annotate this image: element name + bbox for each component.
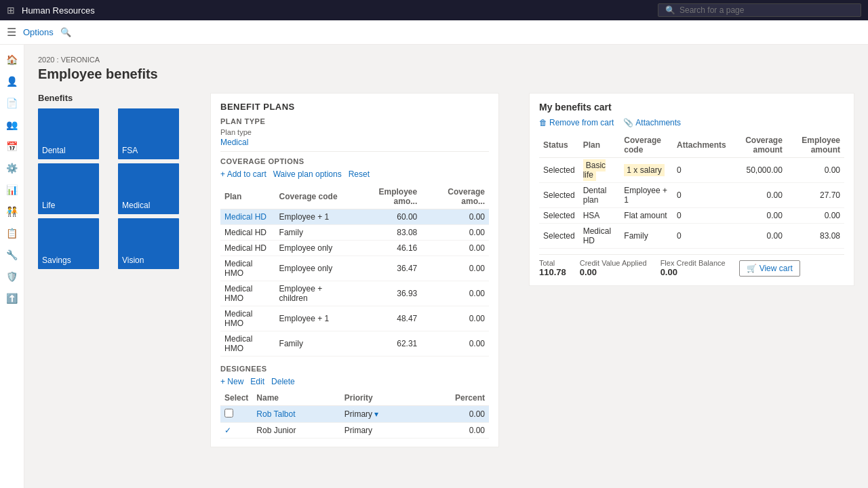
col-coverage-code: Coverage code bbox=[275, 184, 353, 209]
plan-cell: Medical HD bbox=[579, 224, 620, 249]
employee-amount-cell: 27.70 bbox=[787, 183, 844, 208]
sidebar-icon-upload[interactable]: ⬆️ bbox=[3, 289, 22, 308]
edit-designee-button[interactable]: Edit bbox=[250, 377, 264, 386]
sidebar-icon-calendar[interactable]: 📅 bbox=[3, 137, 22, 156]
second-nav-search-icon[interactable]: 🔍 bbox=[60, 27, 71, 37]
col-coverage-amo: Coverage amo... bbox=[421, 184, 489, 209]
cart-section: My benefits cart 🗑 Remove from cart 📎 At… bbox=[515, 93, 854, 286]
table-row[interactable]: Medical HD Employee only 46.16 0.00 bbox=[220, 241, 489, 256]
content-area: 2020 : VERONICA Employee benefits Benefi… bbox=[24, 45, 868, 488]
coverage-code-cell: Employee only bbox=[275, 241, 353, 256]
status-cell: Selected bbox=[539, 183, 579, 208]
designees-table: Select Name Priority Percent Rob Talbot … bbox=[220, 390, 489, 439]
coverage-code-cell: Family bbox=[275, 331, 353, 357]
sidebar-icon-person[interactable]: 👤 bbox=[3, 72, 22, 91]
coverage-code-cell: 1 x salary bbox=[620, 158, 673, 183]
coverage-code-cell: Employee + 1 bbox=[620, 183, 673, 208]
attachment-icon: 📎 bbox=[623, 118, 633, 127]
tile-life[interactable]: Life bbox=[38, 163, 99, 214]
attachments-cell: 0 bbox=[673, 224, 730, 249]
designees-section: DESIGNEES + New Edit Delete Select Name … bbox=[220, 365, 489, 439]
table-row[interactable]: Selected Medical HD Family 0 0.00 83.08 bbox=[539, 224, 844, 249]
coverage-amount-cell: 0.00 bbox=[730, 224, 787, 249]
employee-amo-cell: 62.31 bbox=[353, 331, 422, 357]
attachments-cell: 0 bbox=[673, 183, 730, 208]
sidebar: 🏠 👤 📄 👥 📅 ⚙️ 📊 🧑‍🤝‍🧑 📋 🔧 🛡️ ⬆️ bbox=[0, 45, 24, 488]
coverage-code-cell: Family bbox=[620, 224, 673, 249]
remove-from-cart-button[interactable]: 🗑 Remove from cart bbox=[539, 118, 614, 127]
tile-dental[interactable]: Dental bbox=[38, 108, 99, 159]
app-title: Human Resources bbox=[22, 5, 651, 16]
sidebar-icon-home[interactable]: 🏠 bbox=[3, 50, 22, 69]
tiles-grid: Dental FSA Life Medical Savings Vision bbox=[38, 108, 194, 269]
cart-panel: My benefits cart 🗑 Remove from cart 📎 At… bbox=[529, 93, 854, 286]
percent-cell: 0.00 bbox=[418, 423, 489, 439]
employee-amount-cell: 0.00 bbox=[787, 158, 844, 183]
table-row[interactable]: Rob Talbot Primary ▾ 0.00 bbox=[220, 406, 489, 423]
table-row[interactable]: Medical HD Family 83.08 0.00 bbox=[220, 225, 489, 241]
plan-cell: Medical HMO bbox=[220, 281, 275, 306]
coverage-options-table: Plan Coverage code Employee amo... Cover… bbox=[220, 184, 489, 357]
table-row[interactable]: Selected Basic life 1 x salary 0 50,000.… bbox=[539, 158, 844, 183]
tile-savings[interactable]: Savings bbox=[38, 218, 99, 269]
plan-cell: HSA bbox=[579, 208, 620, 224]
search-input[interactable] bbox=[679, 5, 854, 15]
options-link[interactable]: Options bbox=[23, 27, 54, 37]
tile-fsa[interactable]: FSA bbox=[118, 108, 179, 159]
attachments-button[interactable]: 📎 Attachments bbox=[623, 118, 681, 127]
col-plan: Plan bbox=[579, 133, 620, 158]
table-row[interactable]: Medical HMO Employee + children 36.93 0.… bbox=[220, 281, 489, 306]
new-designee-button[interactable]: + New bbox=[220, 377, 243, 386]
coverage-amo-cell: 0.00 bbox=[421, 256, 489, 281]
hamburger-icon[interactable]: ☰ bbox=[7, 26, 16, 39]
table-row[interactable]: Medical HMO Employee + 1 48.47 0.00 bbox=[220, 306, 489, 331]
total-group: Total 110.78 bbox=[539, 259, 566, 277]
table-row[interactable]: Medical HMO Employee only 36.47 0.00 bbox=[220, 256, 489, 281]
coverage-amount-cell: 50,000.00 bbox=[730, 158, 787, 183]
highlighted-coverage-code: 1 x salary bbox=[624, 164, 664, 176]
benefit-plans-panel: Benefit plans PLAN TYPE Plan type Medica… bbox=[210, 93, 499, 447]
col-priority: Priority bbox=[340, 390, 419, 406]
tile-medical[interactable]: Medical bbox=[118, 163, 179, 214]
sidebar-icon-clipboard[interactable]: 📋 bbox=[3, 224, 22, 243]
sidebar-icon-people[interactable]: 🧑‍🤝‍🧑 bbox=[3, 202, 22, 221]
table-row[interactable]: Medical HMO Family 62.31 0.00 bbox=[220, 331, 489, 357]
select-cell[interactable] bbox=[220, 406, 252, 423]
flex-credit-group: Flex Credit Balance 0.00 bbox=[660, 259, 726, 277]
coverage-amo-cell: 0.00 bbox=[421, 225, 489, 241]
sidebar-icon-shield[interactable]: 🛡️ bbox=[3, 267, 22, 286]
attachments-cell: 0 bbox=[673, 158, 730, 183]
delete-designee-button[interactable]: Delete bbox=[271, 377, 295, 386]
app-grid-icon[interactable]: ⊞ bbox=[7, 5, 15, 16]
plan-cell: Medical HMO bbox=[220, 331, 275, 357]
table-row[interactable]: ✓ Rob Junior Primary 0.00 bbox=[220, 423, 489, 439]
col-employee-amo: Employee amo... bbox=[353, 184, 422, 209]
percent-cell: 0.00 bbox=[418, 406, 489, 423]
table-row[interactable]: Selected HSA Flat amount 0 0.00 0.00 bbox=[539, 208, 844, 224]
coverage-amo-cell: 0.00 bbox=[421, 241, 489, 256]
name-cell: Rob Talbot bbox=[252, 406, 340, 423]
coverage-code-cell: Employee + 1 bbox=[275, 209, 353, 225]
waive-plan-button[interactable]: Waive plan options bbox=[273, 169, 342, 179]
reset-button[interactable]: Reset bbox=[349, 169, 370, 179]
table-row[interactable]: Selected Dental plan Employee + 1 0 0.00… bbox=[539, 183, 844, 208]
plan-type-value[interactable]: Medical bbox=[220, 138, 489, 152]
designee-checkbox[interactable] bbox=[224, 409, 233, 418]
sidebar-icon-tool[interactable]: 🔧 bbox=[3, 245, 22, 264]
coverage-toolbar: + Add to cart Waive plan options Reset bbox=[220, 169, 489, 179]
col-select: Select bbox=[220, 390, 252, 406]
status-cell: Selected bbox=[539, 224, 579, 249]
sidebar-icon-document[interactable]: 📄 bbox=[3, 94, 22, 113]
view-cart-button[interactable]: 🛒 View cart bbox=[739, 260, 800, 277]
sidebar-icon-chart[interactable]: 📊 bbox=[3, 180, 22, 199]
table-row[interactable]: Medical HD Employee + 1 60.00 0.00 bbox=[220, 209, 489, 225]
benefits-label: Benefits bbox=[38, 93, 194, 103]
sidebar-icon-settings[interactable]: ⚙️ bbox=[3, 159, 22, 178]
select-cell: ✓ bbox=[220, 423, 252, 439]
add-to-cart-button[interactable]: + Add to cart bbox=[220, 169, 267, 179]
search-bar[interactable]: 🔍 bbox=[658, 3, 861, 17]
priority-cell: Primary bbox=[340, 423, 419, 439]
tile-vision[interactable]: Vision bbox=[118, 218, 179, 269]
employee-amo-cell: 48.47 bbox=[353, 306, 422, 331]
sidebar-icon-group[interactable]: 👥 bbox=[3, 115, 22, 134]
